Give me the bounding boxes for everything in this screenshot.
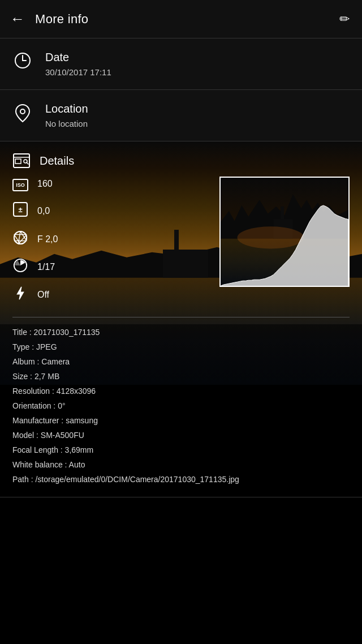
ev-value: 0,0: [37, 206, 50, 216]
page-title: More info: [35, 12, 88, 27]
date-content: Date 30/10/2017 17:11: [45, 51, 111, 77]
date-value: 30/10/2017 17:11: [45, 67, 111, 77]
svg-point-3: [20, 109, 25, 114]
details-icon: [12, 152, 31, 170]
metadata-divider: [12, 317, 350, 317]
location-section: Location No location: [0, 90, 362, 141]
back-button[interactable]: ←: [10, 10, 25, 28]
flash-icon: [12, 286, 28, 303]
header: ← More info ✏: [0, 0, 362, 38]
ev-row: ± 0,0: [12, 201, 208, 220]
meta-path: Path : /storage/emulated/0/DCIM/Camera/2…: [12, 474, 350, 486]
location-value: No location: [45, 119, 88, 128]
svg-rect-6: [15, 159, 21, 164]
flash-value: Off: [37, 290, 49, 300]
ev-icon: ±: [12, 201, 28, 220]
date-label: Date: [45, 51, 111, 64]
date-section: Date 30/10/2017 17:11: [0, 38, 362, 89]
aperture-row: F 2,0: [12, 230, 208, 248]
clock-icon: [14, 52, 31, 69]
details-header: Details: [0, 141, 362, 177]
bottom-padding: [0, 497, 362, 565]
edit-button[interactable]: ✏: [339, 12, 350, 27]
meta-focal-length: Focal Length : 3,69mm: [12, 444, 350, 456]
flash-svg-icon: [13, 286, 28, 300]
meta-white-balance: White balance : Auto: [12, 459, 350, 471]
location-content: Location No location: [45, 102, 88, 128]
aperture-svg-icon: [13, 230, 28, 245]
histogram-box: [219, 177, 350, 287]
iso-row: ISO 160: [12, 177, 208, 191]
meta-orientation: Orientation : 0°: [12, 400, 350, 412]
shutter-svg-icon: [13, 258, 28, 273]
meta-resolution: Resolution : 4128x3096: [12, 385, 350, 397]
iso-box: ISO: [12, 179, 28, 191]
location-label: Location: [45, 102, 88, 115]
location-pin-icon: [15, 104, 31, 123]
shutter-row: 1/17: [12, 258, 208, 276]
details-stats: ISO 160 ± 0,0: [12, 177, 208, 303]
meta-size: Size : 2,7 MB: [12, 371, 350, 383]
shutter-icon: [12, 258, 28, 276]
iso-icon: ISO: [12, 177, 28, 191]
meta-title: Title : 20171030_171135: [12, 327, 350, 338]
meta-type: Type : JPEG: [12, 341, 350, 353]
details-title: Details: [40, 154, 74, 168]
meta-album: Album : Camera: [12, 356, 350, 368]
location-icon-container: [12, 104, 33, 127]
meta-manufacturer: Manufacturer : samsung: [12, 415, 350, 427]
flash-row: Off: [12, 286, 208, 303]
exposure-icon: ±: [12, 201, 28, 217]
details-wrapper: Details ISO 160 ±: [0, 141, 362, 497]
aperture-icon: [12, 230, 28, 248]
shutter-value: 1/17: [37, 262, 55, 272]
metadata-list: Title : 20171030_171135 Type : JPEG Albu…: [0, 324, 362, 497]
meta-model: Model : SM-A500FU: [12, 430, 350, 441]
details-body: ISO 160 ± 0,0: [0, 177, 362, 312]
header-left: ← More info: [10, 10, 88, 28]
svg-text:±: ±: [18, 205, 22, 214]
clock-icon-container: [12, 52, 33, 73]
svg-line-8: [27, 162, 28, 164]
details-content: Details ISO 160 ±: [0, 141, 362, 497]
iso-value: 160: [37, 179, 53, 189]
svg-marker-20: [17, 287, 23, 299]
histogram-curve-svg: [221, 178, 348, 286]
aperture-value: F 2,0: [37, 234, 58, 244]
